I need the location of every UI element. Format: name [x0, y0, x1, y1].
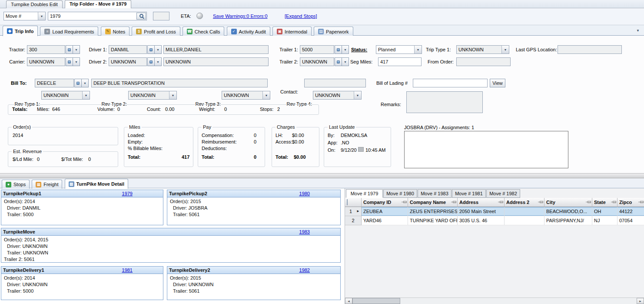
chevron-down-icon[interactable]: ▼	[342, 45, 349, 54]
rev-type1-combo[interactable]: UNKNOWN▼	[41, 91, 90, 100]
cell-state[interactable]: NJ	[592, 216, 617, 225]
window-tab-trip-folder[interactable]: Trip Folder - Move # 1979	[65, 0, 131, 8]
cell-state[interactable]: OH	[592, 207, 617, 216]
chevron-down-icon[interactable]: ▼	[82, 91, 90, 99]
cell-address2[interactable]	[505, 207, 544, 216]
trailer2-field[interactable]: UNKNOWN	[300, 57, 334, 66]
pin-icon[interactable]	[540, 201, 543, 203]
contact-field[interactable]	[304, 79, 366, 87]
cell-zipcode[interactable]: 44122	[617, 207, 644, 216]
trailer1-field[interactable]: 5000	[300, 45, 334, 54]
cell-company-id[interactable]: ZEUBEA	[362, 207, 408, 216]
cell-company-id[interactable]: YARD46	[362, 216, 408, 225]
window-tab-turnpike-doubles-edit[interactable]: Turnpike Doubles Edit	[6, 0, 63, 8]
move-link-1981[interactable]: 1981	[122, 267, 133, 273]
column-header-company-id[interactable]: Company ID	[362, 198, 408, 207]
tab-check-calls[interactable]: ☎Check Calls	[183, 27, 225, 36]
chevron-down-icon[interactable]: ▼	[342, 57, 349, 66]
from-order-field[interactable]	[456, 57, 511, 66]
cell-address[interactable]: 3035 U.S. 46	[458, 216, 505, 225]
rev-type3-combo[interactable]: UNKNOWN▼	[222, 91, 270, 100]
tab-stops[interactable]: ●Stops	[2, 180, 30, 189]
grid-tab-move-1980[interactable]: Move # 1980	[383, 189, 417, 198]
tab-freight[interactable]: ▦Freight	[32, 180, 62, 189]
pin-icon[interactable]	[453, 201, 456, 203]
cell-address[interactable]: 2050 Main Street	[458, 207, 505, 216]
column-header-city[interactable]: City	[544, 198, 592, 207]
chevron-down-icon[interactable]: ▼	[73, 57, 80, 66]
bill-to-code-field[interactable]: DEECLE	[35, 79, 74, 87]
tab-trip-info[interactable]: ◆Trip Info	[3, 26, 38, 36]
cell-address2[interactable]	[505, 216, 544, 225]
move-link-1979[interactable]: 1979	[122, 191, 133, 196]
tab-load-requirements[interactable]: ≡Load Requirements	[40, 27, 98, 36]
column-header-address2[interactable]: Address 2	[505, 198, 544, 207]
cell-company-name[interactable]: TURNPIKE YARD OFF...	[408, 216, 458, 225]
chevron-down-icon[interactable]: ▼	[262, 91, 270, 99]
grid-horizontal-scrollbar[interactable]: ◄ ►	[345, 297, 644, 304]
column-header-state[interactable]: State	[592, 198, 617, 207]
search-button[interactable]	[136, 13, 146, 20]
horizontal-splitter[interactable]	[0, 173, 644, 178]
move-link-1980[interactable]: 1980	[299, 191, 310, 196]
driver2-name-field[interactable]: UNKNOWN	[163, 57, 269, 66]
tab-intermodal[interactable]: ▣Intermodal	[272, 27, 312, 36]
pin-icon[interactable]	[640, 201, 644, 203]
cell-zipcode[interactable]: 07054	[617, 216, 644, 225]
driver2-code-field[interactable]: UNKNOWN	[109, 57, 147, 66]
chevron-down-icon[interactable]: ▼	[154, 57, 162, 66]
move-number-input[interactable]: 1979	[48, 12, 147, 20]
grid-tab-move-1979[interactable]: Move # 1979	[346, 189, 383, 198]
tab-paperwork[interactable]: ▤Paperwork	[314, 27, 353, 36]
cell-city[interactable]: PARSIPPANY,NJ/	[544, 216, 592, 225]
chevron-down-icon[interactable]: ▼	[169, 91, 176, 99]
remarks-textarea[interactable]	[406, 91, 483, 113]
tractor-field[interactable]: 300	[27, 45, 65, 54]
move-link-1982[interactable]: 1982	[299, 267, 310, 273]
chevron-down-icon[interactable]: ▼	[154, 45, 162, 54]
status-label[interactable]: Status:	[351, 47, 367, 52]
column-header-address[interactable]: Address	[458, 198, 505, 207]
lookup-icon[interactable]	[66, 45, 73, 54]
field-chooser-icon[interactable]	[347, 199, 348, 205]
expand-stops-link[interactable]: [Expand Stops]	[285, 13, 317, 19]
lookup-icon[interactable]	[66, 57, 73, 66]
driver1-name-field[interactable]: MILLER,DANIEL	[163, 45, 269, 54]
rev-type2-combo[interactable]: UNKNOWN▼	[128, 91, 177, 100]
lookup-icon[interactable]	[74, 79, 82, 87]
rev-type4-combo[interactable]: UNKNOWN▼	[313, 91, 362, 100]
tab-activity-audit[interactable]: ✓Activity Audit	[227, 27, 270, 36]
save-warnings-link[interactable]: Save Warnings:0 Errors:0	[213, 13, 268, 19]
last-gps-field[interactable]	[558, 45, 622, 54]
scroll-left-icon[interactable]: ◄	[345, 298, 352, 304]
lookup-icon[interactable]	[335, 57, 342, 66]
bill-to-name-field[interactable]: DEEP BLUE TRANSPORTATION	[91, 79, 268, 87]
pin-icon[interactable]	[500, 201, 503, 203]
move-link-1983[interactable]: 1983	[299, 229, 310, 234]
chevron-down-icon[interactable]: ▼	[501, 46, 509, 53]
tab-profit-and-loss[interactable]: $Profit and Loss	[132, 27, 180, 36]
cell-city[interactable]: BEACHWOOD,O...	[544, 207, 592, 216]
pin-icon[interactable]	[588, 201, 591, 203]
chevron-down-icon[interactable]: ▼	[414, 46, 422, 53]
grid-tab-move-1982[interactable]: Move # 1982	[486, 189, 520, 198]
tab-notes[interactable]: ✎Notes	[101, 27, 130, 36]
status-combo[interactable]: Planned▼	[376, 45, 422, 54]
seg-miles-field[interactable]: 417	[378, 57, 422, 66]
bol-field[interactable]	[413, 79, 488, 87]
grid-tab-move-1981[interactable]: Move # 1981	[452, 189, 486, 198]
row-header[interactable]: 2	[345, 216, 362, 225]
pin-icon[interactable]	[613, 201, 616, 203]
scrollbar-thumb[interactable]	[352, 298, 400, 304]
tab-overflow-icon[interactable]: ▼	[636, 29, 640, 33]
grid-tab-move-1983[interactable]: Move # 1983	[418, 189, 451, 198]
chevron-down-icon[interactable]: ▼	[38, 12, 45, 20]
row-header[interactable]: 1►	[345, 207, 362, 216]
scroll-right-icon[interactable]: ►	[637, 298, 644, 304]
tab-turnpike-move-detail[interactable]: ▥TurnPike Move Detail	[65, 179, 128, 189]
lookup-icon[interactable]	[335, 45, 342, 54]
carrier-field[interactable]: UNKNOWN	[27, 57, 65, 66]
lookup-icon[interactable]	[147, 57, 155, 66]
pin-icon[interactable]	[403, 201, 407, 203]
lookup-icon[interactable]	[147, 45, 155, 54]
